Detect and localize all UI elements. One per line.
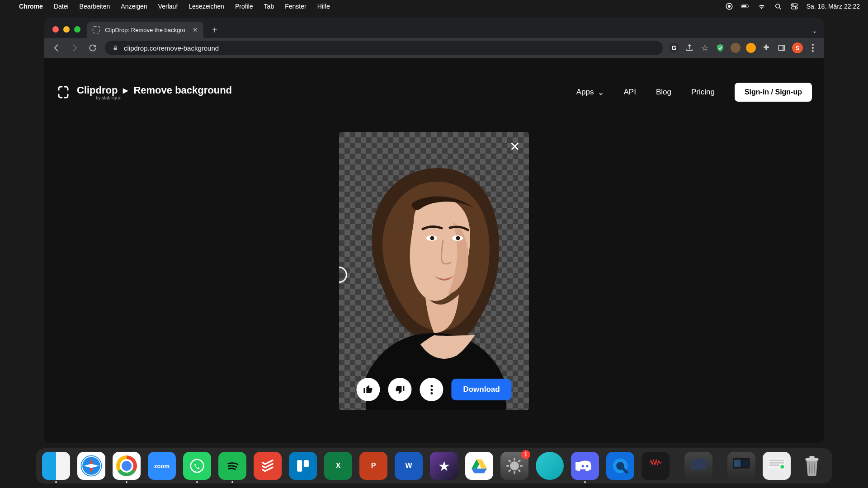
- extension-orange-icon[interactable]: [746, 43, 756, 53]
- extensions-puzzle-icon[interactable]: [761, 43, 771, 53]
- thumbs-up-button[interactable]: [356, 378, 380, 401]
- screenrecord-icon[interactable]: [725, 2, 733, 10]
- svg-rect-50: [769, 460, 784, 461]
- svg-point-8: [792, 4, 793, 5]
- nav-blog[interactable]: Blog: [656, 88, 671, 97]
- nav-apps-label: Apps: [576, 88, 594, 97]
- extension-shield-icon[interactable]: [715, 43, 725, 53]
- menubar-item-datei[interactable]: Datei: [54, 3, 69, 10]
- result-image-card[interactable]: ✕: [339, 132, 529, 410]
- tabs-dropdown-icon[interactable]: ⌄: [812, 27, 817, 34]
- dock-todoist[interactable]: [254, 452, 282, 480]
- share-icon[interactable]: [684, 43, 694, 53]
- dock-imovie[interactable]: ★: [430, 452, 458, 480]
- svg-rect-47: [734, 460, 741, 466]
- sidepanel-icon[interactable]: [777, 43, 787, 53]
- dock-minimized-window-2[interactable]: [763, 452, 791, 480]
- back-button[interactable]: [51, 42, 62, 54]
- menubar-item-tab[interactable]: Tab: [264, 3, 274, 10]
- dock-google-drive[interactable]: [465, 452, 493, 480]
- nav-apps[interactable]: Apps ⌄: [576, 88, 604, 97]
- window-controls: [51, 26, 84, 38]
- battery-icon[interactable]: [741, 2, 750, 10]
- dock-spotify[interactable]: [218, 452, 246, 480]
- bookmark-star-icon[interactable]: ☆: [700, 43, 710, 53]
- menubar-item-lesezeichen[interactable]: Lesezeichen: [189, 3, 224, 10]
- dock-trash[interactable]: [798, 452, 826, 480]
- dock-safari[interactable]: [77, 452, 105, 480]
- site-header: Clipdrop ▸ Remove background by stabilit…: [44, 79, 824, 106]
- dock-recent-folder[interactable]: [684, 452, 712, 480]
- dock-trello[interactable]: [289, 452, 317, 480]
- svg-rect-52: [769, 465, 779, 466]
- reload-button[interactable]: [87, 42, 99, 54]
- chrome-window: ClipDrop: Remove the backgro ✕ ＋ ⌄ clipd…: [44, 18, 824, 443]
- menubar-clock[interactable]: Sa. 18. März 22:22: [807, 3, 860, 10]
- url-text: clipdrop.co/remove-background: [124, 44, 219, 52]
- menubar-item-profile[interactable]: Profile: [235, 3, 253, 10]
- svg-rect-48: [742, 460, 749, 466]
- fullscreen-window-button[interactable]: [74, 26, 80, 33]
- svg-point-40: [582, 465, 584, 467]
- brand-block[interactable]: Clipdrop ▸ Remove background by stabilit…: [56, 84, 232, 100]
- dock-quicktime[interactable]: [606, 452, 634, 480]
- minimize-window-button[interactable]: [63, 26, 70, 33]
- nav-api[interactable]: API: [624, 88, 636, 97]
- dock-app-cyan[interactable]: [536, 452, 564, 480]
- svg-rect-4: [748, 6, 749, 7]
- forward-button[interactable]: [69, 42, 80, 54]
- svg-rect-12: [114, 47, 117, 50]
- dock-zoom[interactable]: zoom: [148, 452, 176, 480]
- macos-dock: zoom X P W ★ 1: [36, 448, 832, 483]
- menubar-item-verlauf[interactable]: Verlauf: [158, 3, 178, 10]
- control-center-icon[interactable]: [790, 2, 798, 10]
- menubar-item-fenster[interactable]: Fenster: [285, 3, 306, 10]
- thumbs-down-button[interactable]: [388, 378, 411, 401]
- dock-powerpoint[interactable]: P: [359, 452, 387, 480]
- dock-minimized-window-1[interactable]: [727, 452, 755, 480]
- svg-point-41: [586, 465, 588, 467]
- brand-name: Clipdrop: [77, 84, 118, 96]
- dock-word[interactable]: W: [395, 452, 423, 480]
- wifi-icon[interactable]: [758, 2, 766, 10]
- svg-point-1: [728, 5, 731, 8]
- dock-chrome[interactable]: [113, 452, 141, 480]
- clipdrop-logo-icon: [56, 85, 71, 99]
- dock-separator-2: [720, 455, 720, 480]
- close-icon[interactable]: ✕: [506, 138, 523, 155]
- svg-point-24: [191, 460, 203, 472]
- dock-discord[interactable]: [571, 452, 599, 480]
- nav-pricing[interactable]: Pricing: [691, 88, 715, 97]
- dock-system-settings[interactable]: 1: [500, 452, 528, 480]
- browser-toolbar: clipdrop.co/remove-background G ☆ S: [44, 38, 824, 58]
- signin-button[interactable]: Sign-in / Sign-up: [735, 83, 812, 102]
- profile-avatar[interactable]: S: [792, 42, 803, 53]
- dock-finder[interactable]: [42, 452, 70, 480]
- extension-brown-icon[interactable]: [731, 43, 741, 53]
- content-area: ✕: [44, 106, 824, 443]
- svg-rect-27: [304, 460, 309, 467]
- menubar-item-hilfe[interactable]: Hilfe: [317, 3, 330, 10]
- svg-rect-11: [93, 27, 100, 33]
- dock-excel[interactable]: X: [324, 452, 352, 480]
- site-nav: Apps ⌄ API Blog Pricing Sign-in / Sign-u…: [576, 83, 812, 102]
- tab-close-icon[interactable]: ✕: [193, 26, 198, 33]
- browser-tab[interactable]: ClipDrop: Remove the backgro ✕: [87, 22, 203, 38]
- google-icon[interactable]: G: [669, 43, 679, 53]
- new-tab-button[interactable]: ＋: [208, 23, 222, 36]
- close-window-button[interactable]: [52, 26, 59, 33]
- address-bar[interactable]: clipdrop.co/remove-background: [105, 41, 663, 55]
- menubar-item-anzeigen[interactable]: Anzeigen: [121, 3, 147, 10]
- svg-rect-55: [809, 456, 814, 459]
- breadcrumb-sep-icon: ▸: [123, 84, 128, 96]
- macos-menu-bar: Chrome Datei Bearbeiten Anzeigen Verlauf…: [0, 0, 868, 13]
- dock-whatsapp[interactable]: [183, 452, 211, 480]
- chrome-menu-icon[interactable]: [808, 44, 817, 52]
- menubar-app-name[interactable]: Chrome: [19, 3, 43, 10]
- search-icon[interactable]: [774, 2, 782, 10]
- download-button[interactable]: Download: [451, 379, 511, 400]
- dock-voice-memos[interactable]: [642, 452, 670, 480]
- menubar-item-bearbeiten[interactable]: Bearbeiten: [80, 3, 110, 10]
- more-options-button[interactable]: [420, 378, 443, 401]
- lock-icon: [112, 45, 118, 51]
